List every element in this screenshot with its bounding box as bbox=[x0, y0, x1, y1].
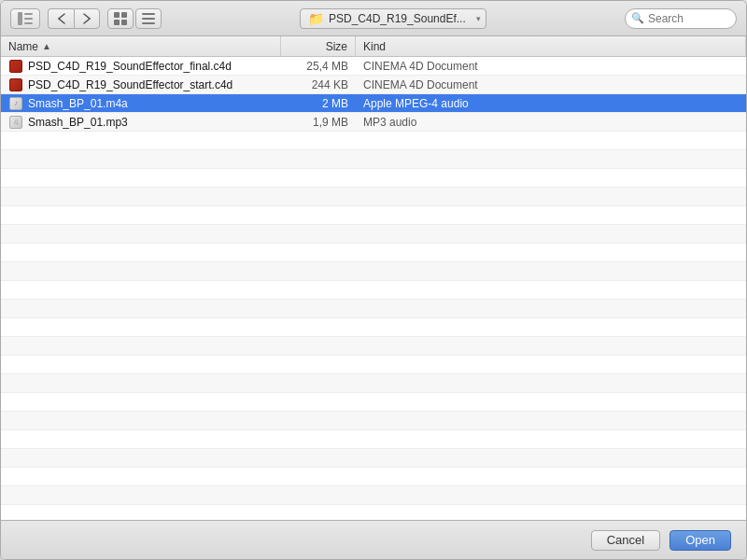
file-kind: Apple MPEG-4 audio bbox=[356, 97, 746, 110]
table-row[interactable]: PSD_C4D_R19_SoundEffector_start.c4d 244 … bbox=[1, 76, 746, 94]
empty-row bbox=[1, 206, 746, 225]
file-size: 1,9 MB bbox=[281, 116, 356, 129]
table-row[interactable]: ♪ Smash_BP_01.m4a 2 MB Apple MPEG-4 audi… bbox=[1, 94, 746, 113]
column-headers: Name ▲ Size Kind bbox=[1, 36, 746, 57]
empty-row bbox=[1, 393, 746, 412]
svg-rect-9 bbox=[142, 18, 155, 20]
sidebar-toggle-button[interactable] bbox=[10, 8, 40, 29]
empty-row bbox=[1, 505, 746, 520]
cancel-button[interactable]: Cancel bbox=[591, 530, 660, 551]
svg-rect-3 bbox=[24, 22, 33, 24]
empty-row bbox=[1, 150, 746, 169]
table-row[interactable]: ♫ Smash_BP_01.mp3 1,9 MB MP3 audio bbox=[1, 113, 746, 132]
table-row[interactable]: PSD_C4D_R19_SoundEffector_final.c4d 25,4… bbox=[1, 57, 746, 76]
svg-rect-2 bbox=[24, 18, 33, 20]
svg-rect-6 bbox=[114, 20, 120, 25]
forward-button[interactable] bbox=[74, 8, 100, 29]
back-button[interactable] bbox=[48, 8, 74, 29]
empty-row bbox=[1, 449, 746, 468]
empty-row bbox=[1, 412, 746, 430]
file-size: 2 MB bbox=[281, 97, 356, 110]
svg-rect-4 bbox=[114, 12, 120, 18]
svg-rect-0 bbox=[18, 12, 22, 25]
sort-arrow-icon: ▲ bbox=[42, 41, 51, 51]
empty-row bbox=[1, 356, 746, 374]
empty-row bbox=[1, 281, 746, 300]
empty-row bbox=[1, 374, 746, 393]
file-name: PSD_C4D_R19_SoundEffector_final.c4d bbox=[28, 60, 232, 73]
file-name: Smash_BP_01.m4a bbox=[28, 97, 128, 110]
search-icon: 🔍 bbox=[631, 12, 644, 24]
file-kind: CINEMA 4D Document bbox=[356, 60, 746, 73]
file-name-cell: ♫ Smash_BP_01.mp3 bbox=[1, 115, 281, 130]
file-icon bbox=[8, 77, 23, 92]
column-header-size[interactable]: Size bbox=[281, 36, 356, 56]
file-icon bbox=[8, 59, 23, 74]
empty-row bbox=[1, 468, 746, 486]
search-input[interactable] bbox=[648, 12, 723, 25]
icon-view-button[interactable] bbox=[107, 8, 134, 29]
empty-row bbox=[1, 337, 746, 356]
empty-row bbox=[1, 262, 746, 281]
empty-row bbox=[1, 300, 746, 318]
file-list: PSD_C4D_R19_SoundEffector_final.c4d 25,4… bbox=[1, 57, 746, 520]
finder-window: 📁 PSD_C4D_R19_SoundEf... ▾ 🔍 Name ▲ Size… bbox=[0, 0, 747, 560]
file-name: Smash_BP_01.mp3 bbox=[28, 116, 128, 129]
view-buttons bbox=[107, 8, 162, 29]
file-size: 244 KB bbox=[281, 78, 356, 91]
file-kind: CINEMA 4D Document bbox=[356, 78, 746, 91]
file-name-cell: PSD_C4D_R19_SoundEffector_final.c4d bbox=[1, 59, 281, 74]
folder-name-label: PSD_C4D_R19_SoundEf... bbox=[329, 12, 466, 25]
file-name-cell: PSD_C4D_R19_SoundEffector_start.c4d bbox=[1, 77, 281, 92]
empty-row bbox=[1, 244, 746, 262]
nav-buttons bbox=[48, 8, 100, 29]
open-button[interactable]: Open bbox=[669, 530, 731, 551]
empty-row bbox=[1, 225, 746, 244]
path-bar: 📁 PSD_C4D_R19_SoundEf... ▾ bbox=[169, 7, 617, 30]
svg-rect-8 bbox=[142, 13, 155, 15]
svg-rect-1 bbox=[24, 13, 33, 15]
column-header-name[interactable]: Name ▲ bbox=[1, 36, 281, 56]
empty-row bbox=[1, 486, 746, 505]
titlebar: 📁 PSD_C4D_R19_SoundEf... ▾ 🔍 bbox=[1, 1, 746, 36]
search-box[interactable]: 🔍 bbox=[625, 8, 737, 29]
empty-row bbox=[1, 169, 746, 188]
file-kind: MP3 audio bbox=[356, 116, 746, 129]
file-size: 25,4 MB bbox=[281, 60, 356, 73]
file-name-cell: ♪ Smash_BP_01.m4a bbox=[1, 96, 281, 111]
svg-rect-10 bbox=[142, 22, 155, 24]
empty-row bbox=[1, 132, 746, 150]
empty-row bbox=[1, 318, 746, 337]
empty-row bbox=[1, 430, 746, 449]
path-chevron-icon: ▾ bbox=[476, 14, 481, 23]
file-icon: ♪ bbox=[8, 96, 23, 111]
current-folder[interactable]: 📁 PSD_C4D_R19_SoundEf... ▾ bbox=[300, 8, 486, 29]
file-icon: ♫ bbox=[8, 115, 23, 130]
bottom-bar: Cancel Open bbox=[1, 520, 746, 559]
column-header-kind[interactable]: Kind bbox=[356, 36, 746, 56]
file-name: PSD_C4D_R19_SoundEffector_start.c4d bbox=[28, 78, 233, 91]
folder-icon: 📁 bbox=[308, 11, 324, 26]
list-view-button[interactable] bbox=[135, 8, 162, 29]
empty-row bbox=[1, 188, 746, 206]
svg-rect-5 bbox=[121, 12, 127, 18]
svg-rect-7 bbox=[121, 20, 127, 25]
